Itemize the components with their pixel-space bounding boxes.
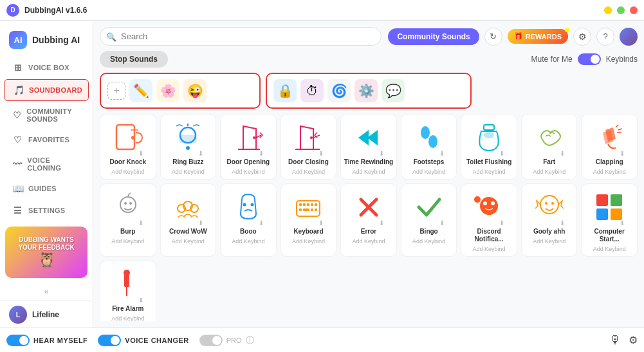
sound-keybind[interactable]: Add Keybind [533,238,566,245]
panel-sound-7[interactable]: ⚙️ [354,79,378,102]
svg-point-19 [124,202,127,205]
sidebar-item-settings[interactable]: ☰ SETTINGS [4,200,89,221]
sound-item-booo[interactable]: ⬇BoooAdd Keybind [220,183,277,257]
sound-keybind[interactable]: Add Keybind [352,238,385,245]
bottom-bar: HEAR MYSELF VOICE CHANGER PRO ⓘ 🎙 ⚙ [0,328,644,352]
sidebar-item-voice-cloning[interactable]: 〰 VOICE CLONING [4,151,89,177]
top-bar: 🔍 Community Sounds ↻ 🎁 REWARDS ⚙ ? [100,27,638,46]
sound-name: Toilet Flushing [466,158,511,166]
sound-item-toilet[interactable]: ⬇Toilet FlushingAdd Keybind [461,114,517,180]
sound-keybind[interactable]: Add Keybind [172,238,205,245]
panel-sound-5[interactable]: ⏱ [300,79,324,102]
sound-item-goofy[interactable]: ⬇Goofy ahhAdd Keybind [521,183,578,257]
svg-line-15 [616,125,618,127]
hear-myself-group: HEAR MYSELF [6,335,87,346]
sound-item-fart[interactable]: ⬇FartAdd Keybind [521,114,578,180]
username: Lifeline [32,310,59,319]
sidebar-item-voice-box[interactable]: ⊞ VOICE BOX [4,57,89,78]
sound-icon-discord: ⬇ [471,189,507,225]
sound-keybind[interactable]: Add Keybind [232,238,264,245]
panel-sound-6[interactable]: 🌀 [327,79,351,102]
svg-point-50 [124,270,130,276]
sound-item-door_opening[interactable]: ⬇Door OpeningAdd Keybind [220,114,277,180]
download-icon: ⬇ [138,150,143,157]
hear-myself-toggle[interactable] [6,335,30,346]
search-bar: 🔍 [100,27,382,46]
sound-item-footsteps[interactable]: ⬇FootstepsAdd Keybind [401,114,457,180]
rewards-button[interactable]: 🎁 REWARDS [508,29,568,44]
sound-keybind[interactable]: Add Keybind [172,169,205,175]
pro-toggle[interactable] [199,335,223,346]
refresh-button[interactable]: ↻ [484,28,502,46]
pro-help-icon[interactable]: ⓘ [246,335,254,346]
sound-keybind[interactable]: Add Keybind [473,246,506,252]
sound-item-crowd[interactable]: ⬇Crowd WoWAdd Keybind [160,183,217,257]
download-icon: ⬇ [259,219,264,227]
panel-add-button-1[interactable]: + [107,82,125,100]
sound-item-discord[interactable]: ⬇Discord Notifica...Add Keybind [461,183,517,257]
sound-keybind[interactable]: Add Keybind [292,238,325,245]
sound-keybind[interactable]: Add Keybind [593,169,626,175]
panel-sound-4[interactable]: 🔒 [273,79,297,102]
owl-emoji: 🦉 [9,252,84,268]
sidebar-label-settings: SETTINGS [28,207,65,214]
sound-keybind[interactable]: Add Keybind [111,169,144,175]
help-button[interactable]: ? [596,28,614,46]
maximize-button[interactable] [617,6,625,14]
sidebar-item-soundboard[interactable]: 🎵 SOUNDBOARD [4,79,89,101]
sound-keybind[interactable]: Add Keybind [412,238,445,245]
close-button[interactable] [630,6,638,14]
sidebar-item-community-sounds[interactable]: ♡ COMMUNITY SOUNDS [4,102,89,128]
community-sounds-button[interactable]: Community Sounds [388,28,479,45]
search-input[interactable] [100,27,382,46]
sidebar: AI Dubbing AI ⊞ VOICE BOX 🎵 SOUNDBOARD ♡… [0,21,93,328]
user-avatar[interactable] [620,28,638,46]
svg-rect-47 [596,208,608,220]
sound-keybind[interactable]: Add Keybind [533,169,566,175]
sound-item-keyboard[interactable]: ⬇KeyboardAdd Keybind [281,183,337,257]
sound-keybind[interactable]: Add Keybind [292,169,325,175]
panel-sound-3[interactable]: 😜 [183,79,207,102]
settings-sliders-icon[interactable]: ⚙ [629,334,638,346]
sound-keybind[interactable]: Add Keybind [412,169,445,175]
sound-icon-bingo: ⬇ [411,189,447,225]
svg-point-14 [484,132,494,138]
sound-item-bingo[interactable]: ⬇BingoAdd Keybind [401,183,457,257]
sound-name: Time Rewinding [344,158,394,166]
sound-name: Fart [543,158,555,166]
sound-item-error[interactable]: ⬇ErrorAdd Keybind [340,183,397,257]
sidebar-item-favorites[interactable]: ♡ FAVORITES [4,129,89,150]
stop-sounds-button[interactable]: Stop Sounds [100,51,168,68]
sound-item-door_knock[interactable]: ⬇Door KnockAdd Keybind [100,114,156,180]
sound-keybind[interactable]: Add Keybind [232,169,264,175]
sound-keybind[interactable]: Add Keybind [111,238,144,245]
sound-name: Footsteps [414,158,445,166]
sound-keybind[interactable]: Add Keybind [352,169,385,175]
mute-toggle[interactable] [578,53,601,65]
sidebar-collapse-button[interactable]: « [0,283,93,300]
sound-item-door_closing[interactable]: ⬇Door ClosingAdd Keybind [281,114,337,180]
sound-item-computer[interactable]: ⬇Computer Start...Add Keybind [581,183,638,257]
sidebar-logo: AI Dubbing AI [0,26,93,57]
download-icon: ⬇ [379,219,384,227]
panel-sound-1[interactable]: ✏️ [129,79,152,102]
sound-item-fire[interactable]: ⬇Fire AlarmAdd Keybind [100,261,156,321]
panel-sound-8[interactable]: 💬 [382,79,405,102]
discord-button[interactable]: ⚙ [573,28,591,46]
sound-keybind[interactable]: Add Keybind [111,315,144,321]
sound-name: Fire Alarm [112,305,143,313]
minimize-button[interactable] [604,6,612,14]
sound-keybind[interactable]: Add Keybind [473,169,506,175]
sound-item-clapping[interactable]: ⬇ClappingAdd Keybind [581,114,638,180]
sound-keybind[interactable]: Add Keybind [593,246,626,252]
voice-changer-toggle[interactable] [98,335,121,346]
svg-rect-33 [303,208,309,211]
panel-sound-2[interactable]: 🌸 [156,79,179,102]
sound-item-ring_buzz[interactable]: ⬇Ring BuzzAdd Keybind [160,114,217,180]
feedback-banner[interactable]: DUBBING WANTS YOUR FEEDBACK 🦉 [5,227,87,278]
sound-item-burp[interactable]: ⬇BurpAdd Keybind [100,183,156,257]
sidebar-item-guides[interactable]: 📖 GUIDES [4,178,89,199]
mic-icon[interactable]: 🎙 [609,333,621,347]
sound-item-time_rewind[interactable]: ⬇Time RewindingAdd Keybind [340,114,397,180]
sound-name: Door Knock [109,158,146,166]
